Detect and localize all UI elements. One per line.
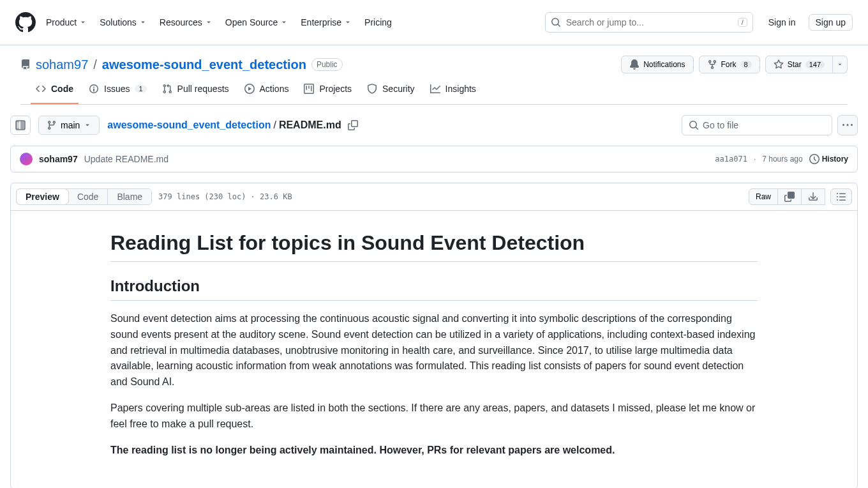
commit-time: 7 hours ago bbox=[762, 155, 802, 164]
file-stats: 379 lines (230 loc) · 23.6 KB bbox=[158, 192, 292, 201]
file-toolbar: main awesome-sound_event_detection / REA… bbox=[10, 115, 858, 135]
nav-enterprise[interactable]: Enterprise bbox=[301, 17, 352, 27]
history-icon bbox=[809, 154, 819, 164]
nav-product[interactable]: Product bbox=[46, 17, 87, 27]
download-button[interactable] bbox=[802, 188, 825, 205]
commit-info: soham97 Update README.md aa1a071 · 7 hou… bbox=[10, 146, 858, 172]
play-icon bbox=[244, 84, 255, 94]
chevron-down-icon bbox=[344, 19, 352, 26]
notifications-button[interactable]: Notifications bbox=[621, 56, 693, 73]
branch-select[interactable]: main bbox=[38, 116, 100, 135]
paragraph: Sound event detection aims at processing… bbox=[110, 311, 758, 390]
code-icon bbox=[36, 84, 46, 94]
avatar[interactable] bbox=[20, 153, 33, 165]
search-input[interactable] bbox=[566, 17, 733, 27]
nav-pricing[interactable]: Pricing bbox=[364, 17, 392, 27]
sign-up-link[interactable]: Sign up bbox=[809, 14, 853, 31]
sign-in-link[interactable]: Sign in bbox=[763, 15, 801, 30]
shield-icon bbox=[367, 84, 377, 94]
history-label: History bbox=[822, 155, 848, 164]
repo-title: soham97 / awesome-sound_event_detection bbox=[36, 57, 306, 72]
global-header: Product Solutions Resources Open Source … bbox=[0, 0, 868, 45]
visibility-badge: Public bbox=[311, 58, 343, 71]
chevron-down-icon bbox=[84, 121, 91, 129]
copy-path-button[interactable] bbox=[348, 120, 358, 130]
tab-code[interactable]: Code bbox=[31, 79, 79, 104]
fork-button[interactable]: Fork 8 bbox=[699, 56, 760, 73]
tab-actions[interactable]: Actions bbox=[239, 79, 294, 104]
issues-icon bbox=[89, 84, 99, 94]
star-button[interactable]: Star 147 bbox=[765, 56, 833, 73]
tab-security[interactable]: Security bbox=[362, 79, 420, 104]
file-viewer: Preview Code Blame 379 lines (230 loc) ·… bbox=[10, 183, 858, 488]
commit-hash[interactable]: aa1a071 bbox=[715, 155, 747, 164]
breadcrumb-root[interactable]: awesome-sound_event_detection bbox=[107, 119, 271, 131]
view-mode-tabs: Preview Code Blame bbox=[16, 188, 152, 205]
star-label: Star bbox=[788, 60, 802, 69]
github-logo[interactable] bbox=[15, 12, 36, 33]
nav-resources[interactable]: Resources bbox=[160, 17, 213, 27]
section-heading: Introduction bbox=[110, 277, 758, 301]
repo-name-link[interactable]: awesome-sound_event_detection bbox=[102, 57, 306, 72]
branch-name: main bbox=[61, 120, 80, 130]
file-header: Preview Code Blame 379 lines (230 loc) ·… bbox=[11, 183, 857, 211]
chevron-down-icon bbox=[280, 19, 288, 26]
star-count: 147 bbox=[805, 61, 825, 68]
page-title: Reading List for topics in Sound Event D… bbox=[110, 231, 758, 262]
repo-tabs: Code Issues1 Pull requests Actions Proje… bbox=[20, 79, 848, 105]
file-actions: Raw bbox=[749, 188, 852, 205]
nav-solutions[interactable]: Solutions bbox=[100, 17, 147, 27]
search-icon bbox=[689, 120, 699, 130]
breadcrumb: awesome-sound_event_detection / README.m… bbox=[107, 119, 357, 131]
auth-links: Sign in Sign up bbox=[763, 14, 853, 31]
bell-icon bbox=[629, 59, 640, 70]
chevron-down-icon bbox=[205, 19, 213, 26]
outline-button[interactable] bbox=[830, 188, 852, 205]
tab-projects[interactable]: Projects bbox=[299, 79, 357, 104]
repo-icon bbox=[20, 59, 31, 70]
chevron-down-icon bbox=[139, 19, 147, 26]
nav-open-source[interactable]: Open Source bbox=[225, 17, 288, 27]
fork-label: Fork bbox=[721, 60, 737, 69]
copy-button[interactable] bbox=[778, 188, 802, 205]
star-dropdown[interactable] bbox=[833, 56, 848, 73]
commit-message[interactable]: Update README.md bbox=[84, 154, 168, 164]
goto-placeholder: Go to file bbox=[703, 120, 738, 130]
main-nav: Product Solutions Resources Open Source … bbox=[46, 17, 392, 27]
branch-icon bbox=[47, 120, 57, 130]
repo-title-row: soham97 / awesome-sound_event_detection … bbox=[20, 56, 848, 73]
tab-insights[interactable]: Insights bbox=[425, 79, 481, 104]
commit-author[interactable]: soham97 bbox=[39, 154, 78, 164]
pr-icon bbox=[162, 84, 172, 94]
history-link[interactable]: History bbox=[809, 154, 848, 164]
paragraph: The reading list is no longer being acti… bbox=[110, 443, 758, 459]
fork-icon bbox=[707, 59, 717, 70]
tab-code-view[interactable]: Code bbox=[68, 189, 107, 204]
tab-pull-requests[interactable]: Pull requests bbox=[157, 79, 234, 104]
repo-owner-link[interactable]: soham97 bbox=[36, 57, 88, 72]
main: main awesome-sound_event_detection / REA… bbox=[0, 105, 868, 488]
repo-sep: / bbox=[93, 57, 97, 72]
commit-meta: aa1a071 · 7 hours ago History bbox=[715, 154, 848, 164]
goto-file-input[interactable]: Go to file bbox=[682, 115, 832, 135]
repo-actions: Notifications Fork 8 Star 147 bbox=[621, 56, 848, 73]
raw-button[interactable]: Raw bbox=[749, 188, 778, 205]
tab-issues[interactable]: Issues1 bbox=[84, 79, 152, 104]
toolbar-right: Go to file bbox=[682, 115, 858, 135]
tab-blame[interactable]: Blame bbox=[107, 189, 151, 204]
search-box[interactable]: / bbox=[545, 12, 753, 33]
notifications-label: Notifications bbox=[643, 60, 685, 69]
graph-icon bbox=[430, 84, 440, 94]
paragraph: Papers covering multiple sub-areas are l… bbox=[110, 400, 758, 432]
table-icon bbox=[304, 84, 314, 94]
breadcrumb-sep: / bbox=[273, 119, 276, 131]
tab-preview[interactable]: Preview bbox=[17, 189, 68, 204]
star-icon bbox=[774, 59, 784, 70]
search-icon bbox=[551, 17, 561, 27]
repo-header: soham97 / awesome-sound_event_detection … bbox=[0, 45, 868, 105]
markdown-body: Reading List for topics in Sound Event D… bbox=[11, 211, 857, 488]
tree-toggle-button[interactable] bbox=[10, 116, 31, 135]
search-kbd: / bbox=[738, 18, 747, 27]
breadcrumb-file: README.md bbox=[279, 119, 341, 131]
more-button[interactable] bbox=[837, 115, 858, 135]
